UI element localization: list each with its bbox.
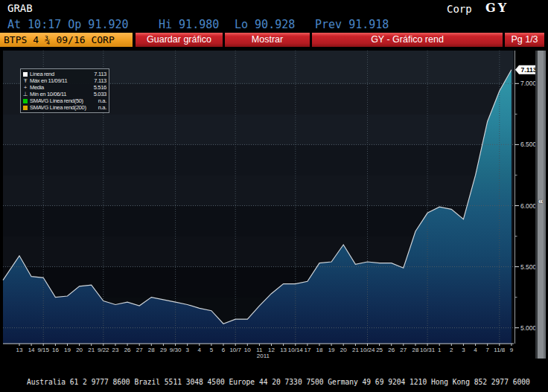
terminal-code-logo: GY (485, 1, 509, 15)
legend-row: ⊥Mín en 10/06/115.033 (22, 91, 106, 97)
x-tick-label: 6 (222, 347, 226, 353)
x-axis-year-label: 2011 (257, 353, 270, 359)
square-green-icon (23, 99, 28, 103)
plot-band (3, 176, 514, 206)
legend-label: SMAVG Línea rend(200) (30, 104, 98, 111)
x-tick-label: 9 (510, 347, 514, 353)
x-tick-label: 19 (328, 347, 335, 353)
chart-legend[interactable]: Línea rend7.113ŦMáx en 11/09/117.113+Med… (20, 68, 109, 113)
show-button[interactable]: Mostrar (225, 33, 310, 47)
x-tick-label: 23 (112, 347, 119, 353)
x-tick-label: 26 (388, 347, 395, 353)
x-tick-label: 27 (136, 347, 143, 353)
legend-value: 7.113 (94, 71, 106, 77)
x-tick-label: 18 (316, 347, 323, 353)
x-tick-label: 10/7 (229, 347, 241, 353)
x-tick-label: 5 (210, 347, 214, 353)
x-tick-label: 20 (340, 347, 347, 353)
legend-value: n.a. (98, 97, 106, 104)
y-tick-label: 5.000 (520, 324, 537, 332)
save-chart-button[interactable]: Guardar gráfico (136, 33, 223, 47)
legend-row: SMAVG Línea rend(200)n.a. (22, 104, 106, 111)
x-tick-label: 16 (52, 347, 59, 353)
y-tick-label: 6.000 (520, 202, 537, 210)
x-tick-label: 4 (198, 347, 202, 353)
x-tick-label: 13 (16, 347, 23, 353)
legend-row: ŦMáx en 11/09/117.113 (22, 77, 106, 84)
x-tick-label: 3 (185, 347, 189, 353)
plot-band (3, 145, 514, 176)
legend-label: SMAVG Línea rend(50) (30, 97, 98, 104)
x-tick-label: 3 (462, 347, 465, 353)
x-tick-label: 10 (244, 347, 251, 353)
legend-value: n.a. (98, 104, 106, 111)
x-tick-label: 7 (485, 347, 489, 353)
legend-row: SMAVG Línea rend(50)n.a. (22, 97, 106, 104)
x-tick-label: 13 (280, 347, 287, 353)
y-tick-label: 5.500 (520, 263, 537, 271)
x-tick-label: 2 (450, 347, 453, 353)
x-tick-label: 1 (438, 347, 442, 353)
x-tick-label: 20 (76, 347, 83, 353)
grab-label: GRAB (7, 2, 33, 14)
legend-value: 5.516 (94, 84, 106, 91)
bloomberg-terminal-screen: GRAB Corp GY At 10:17 Op 91.920 Hi 91.98… (0, 0, 548, 392)
quote-high: Hi 91.980 (159, 18, 219, 31)
footer: Australia 61 2 9777 8600 Brazil 5511 304… (0, 359, 548, 392)
scroll-back-icon[interactable]: « (535, 196, 546, 205)
legend-row: +Media5.516 (22, 84, 106, 91)
quote-prev: Prev 91.918 (315, 18, 389, 31)
x-tick-label: 10/24 (360, 347, 375, 353)
legend-value: 7.113 (94, 77, 106, 84)
x-tick-label: 9/15 (37, 347, 49, 353)
footer-phones-line1: Australia 61 2 9777 8600 Brazil 5511 304… (27, 378, 548, 387)
corp-label: Corp (447, 3, 472, 15)
x-tick-label: 26 (124, 347, 131, 353)
legend-label: Línea rend (30, 71, 94, 77)
legend-label: Media (30, 84, 94, 91)
x-tick-label: 27 (400, 347, 407, 353)
x-tick-label: 11/8 (494, 347, 506, 353)
x-tick-label: 10/14 (288, 347, 304, 353)
y-tick-label: 6.500 (520, 141, 537, 148)
x-tick-label: 28 (412, 347, 419, 353)
max-marker-icon: Ŧ (22, 78, 28, 84)
x-tick-label: 28 (148, 347, 155, 353)
legend-label: Máx en 11/09/11 (30, 77, 94, 84)
x-tick-label: 17 (304, 347, 310, 353)
x-tick-label: 4 (474, 347, 477, 353)
legend-row: Línea rend7.113 (22, 71, 106, 77)
plot-band (3, 115, 514, 145)
x-tick-label: 29 (160, 347, 167, 353)
x-tick-label: 9/30 (170, 347, 182, 353)
square-white-icon (23, 72, 28, 77)
quote-low: Lo 90.928 (235, 18, 295, 31)
x-tick-label: 14 (28, 347, 35, 353)
square-amber-icon (23, 106, 28, 110)
legend-value: 5.033 (94, 91, 106, 97)
page-indicator[interactable]: Pg 1/3 (505, 33, 544, 47)
legend-label: Mín en 10/06/11 (30, 91, 94, 97)
x-tick-label: 25 (376, 347, 383, 353)
last-value-label: 7.113 (521, 66, 537, 74)
x-tick-label: 21 (88, 347, 95, 353)
quote-at-open: At 10:17 Op 91.920 (7, 18, 129, 31)
x-tick-label: 21 (352, 347, 359, 353)
security-ticker-box[interactable]: BTPS 4 ¾ 09/16 CORP (0, 33, 133, 47)
y-tick-label: 7.000 (520, 80, 537, 87)
x-tick-label: 19 (64, 347, 71, 353)
x-tick-label: 9/22 (98, 347, 109, 353)
chart-title-bar: GY - Gráfico rend (312, 33, 503, 47)
x-tick-label: 10/31 (420, 347, 436, 353)
min-marker-icon: ⊥ (22, 91, 28, 97)
plus-marker-icon: + (22, 85, 28, 91)
